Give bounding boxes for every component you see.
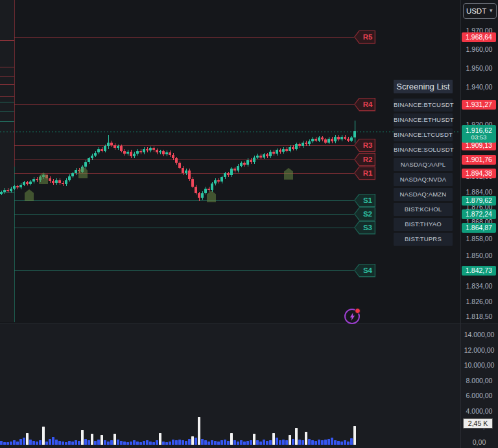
volume-axis-label: 6.000,00 <box>460 392 498 399</box>
resistance-tag-r4[interactable]: R4 <box>354 98 375 112</box>
quote-currency-value: USDT <box>466 7 486 15</box>
level-price-badge: 1.879,62 <box>462 196 496 206</box>
lightning-bolt-icon <box>350 312 355 321</box>
tag-label: R4 <box>360 98 375 112</box>
level-price-badge: 1.864,87 <box>462 223 496 233</box>
resistance-tag-r3[interactable]: R3 <box>354 139 375 152</box>
support-tag-s4[interactable]: S4 <box>354 264 375 277</box>
bar-countdown: 03:53 <box>462 134 496 141</box>
current-price-badge: 1.916,62 03:53 <box>462 125 496 143</box>
tag-label: S3 <box>360 221 375 235</box>
tag-label: R3 <box>360 139 375 152</box>
level-price-badge: 1.931,27 <box>462 100 496 110</box>
alert-notification-dot <box>355 308 361 314</box>
price-axis[interactable]: 1.916,62 03:53 2,45 K 1.968,641.931,271.… <box>460 0 498 448</box>
tag-label: R2 <box>360 153 375 167</box>
support-tag-s2[interactable]: S2 <box>354 207 375 221</box>
screening-list-title: Screening List <box>394 80 453 93</box>
volume-axis-label: 10.000,00 <box>460 361 498 369</box>
price-axis-label: 1.834,00 <box>460 282 498 290</box>
level-price-badge: 1.894,38 <box>462 169 496 178</box>
level-price-badge: 1.968,64 <box>462 32 496 42</box>
price-axis-label: 1.950,00 <box>460 64 498 72</box>
price-axis-label: 1.818,50 <box>460 312 498 320</box>
screening-list-item[interactable]: BIST:THYAO <box>394 218 453 231</box>
support-tag-s3[interactable]: S3 <box>354 221 375 235</box>
level-price-badge: 1.901,76 <box>462 155 496 165</box>
tag-label: R5 <box>360 30 375 44</box>
screening-list-item[interactable]: NASDAQ:AAPL <box>394 158 453 171</box>
support-tag-s1[interactable]: S1 <box>354 194 375 207</box>
price-axis-label: 1.858,00 <box>460 235 498 242</box>
tag-label: S4 <box>360 264 375 277</box>
price-axis-label: 1.884,00 <box>460 188 498 196</box>
volume-axis-label: 12.000,00 <box>460 346 498 354</box>
quote-currency-select[interactable]: USDT ▼ <box>463 3 497 19</box>
screening-list-item[interactable]: BINANCE:LTCUSDT <box>394 128 453 141</box>
screening-list-panel: Screening List BINANCE:BTCUSDTBINANCE:ET… <box>394 80 453 248</box>
screening-list-item[interactable]: BINANCE:BTCUSDT <box>394 99 453 112</box>
tag-label: R1 <box>360 167 375 180</box>
resistance-tag-r2[interactable]: R2 <box>354 153 375 167</box>
screening-list-item[interactable]: NASDAQ:AMZN <box>394 188 453 201</box>
price-axis-label: 1.826,00 <box>460 298 498 305</box>
volume-axis-label: 0,00 <box>460 438 498 446</box>
level-tags-layer: R5R4R3R2R1S1S2S3S4 <box>0 0 460 448</box>
price-axis-label: 1.850,00 <box>460 252 498 259</box>
screening-list-item[interactable]: NASDAQ:NVDA <box>394 173 453 186</box>
screening-list-item[interactable]: BIST:TUPRS <box>394 233 453 246</box>
level-price-badge: 1.842,73 <box>462 266 496 276</box>
tag-label: S2 <box>360 207 375 221</box>
volume-axis-label: 8.000,00 <box>460 377 498 384</box>
volume-axis-label: 4.000,00 <box>460 407 498 415</box>
alert-lightning-icon[interactable] <box>344 309 360 324</box>
trading-chart-window: R5R4R3R2R1S1S2S3S4 1.916,62 03:53 2,45 K… <box>0 0 498 448</box>
resistance-tag-r1[interactable]: R1 <box>354 167 375 180</box>
screening-list-item[interactable]: BINANCE:SOLUSDT <box>394 143 453 156</box>
price-axis-label: 1.940,00 <box>460 83 498 91</box>
price-axis-label: 1.960,00 <box>460 45 498 53</box>
screening-list-item[interactable]: BINANCE:ETHUSDT <box>394 113 453 126</box>
chevron-down-icon: ▼ <box>488 8 493 14</box>
screening-list-item[interactable]: BIST:KCHOL <box>394 203 453 216</box>
level-price-badge: 1.872,24 <box>462 209 496 219</box>
resistance-tag-r5[interactable]: R5 <box>354 30 375 44</box>
volume-axis-label: 14.000,00 <box>460 331 498 338</box>
tag-label: S1 <box>360 194 375 207</box>
current-volume-badge: 2,45 K <box>463 418 493 429</box>
